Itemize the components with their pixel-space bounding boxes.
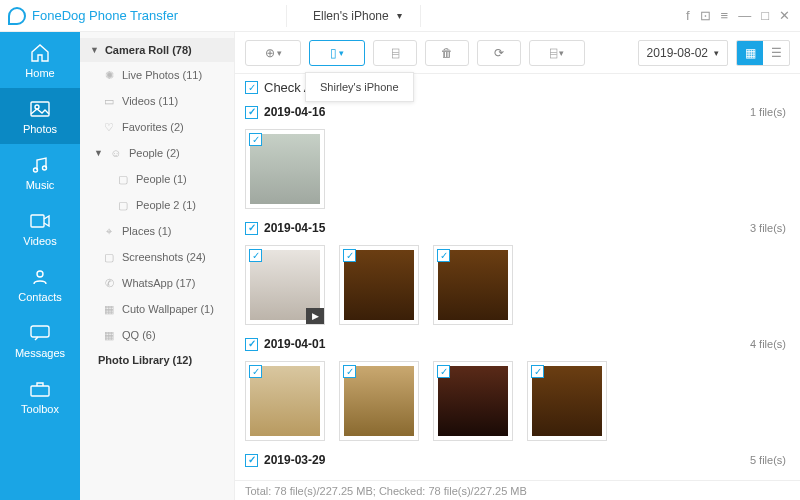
tree-places[interactable]: ⌖Places (1) [80,218,234,244]
album-tree: ▼ Camera Roll (78) ✺Live Photos (11) ▭Vi… [80,32,235,500]
checkbox-icon[interactable]: ✓ [249,365,262,378]
more-button[interactable]: ⌸▾ [529,40,585,66]
chevron-down-icon: ▾ [397,10,402,21]
date-group: ✓ 2019-04-01 4 file(s) ✓ ✓ ✓ ✓ [245,333,790,443]
nav-videos[interactable]: Videos [0,200,80,256]
tree-whatsapp[interactable]: ✆WhatsApp (17) [80,270,234,296]
chevron-down-icon: ▾ [277,48,282,58]
people-icon: ☺ [109,147,123,159]
date-value: 2019-08-02 [647,46,708,60]
nav-music[interactable]: Music [0,144,80,200]
checkbox-icon[interactable]: ✓ [437,365,450,378]
caret-down-icon: ▼ [94,148,103,158]
checkbox-icon[interactable]: ✓ [343,365,356,378]
photo-thumb[interactable]: ✓ [245,361,325,441]
checkbox-icon[interactable]: ✓ [249,249,262,262]
export-device-button[interactable]: ▯▾ [309,40,365,66]
maximize-button[interactable]: □ [761,8,769,23]
group-header[interactable]: ✓ 2019-04-15 3 file(s) [245,217,790,239]
music-icon [29,154,51,176]
checkbox-icon[interactable]: ✓ [531,365,544,378]
list-view-button[interactable]: ☰ [763,41,789,65]
group-date: 2019-04-01 [264,337,325,351]
photo-thumb[interactable]: ✓ [527,361,607,441]
folder-icon: ▢ [116,173,130,185]
messages-icon [29,322,51,344]
checkbox-icon[interactable]: ✓ [343,249,356,262]
video-icon: ▭ [102,95,116,107]
nav-home[interactable]: Home [0,32,80,88]
caret-down-icon: ▼ [90,45,99,55]
nav-messages[interactable]: Messages [0,312,80,368]
plus-icon: ⊕ [265,46,275,60]
group-header[interactable]: ✓ 2019-03-29 5 file(s) [245,449,790,471]
window-controls: f ⊡ ≡ — □ ✕ [686,8,800,23]
tree-favorites[interactable]: ♡Favorites (2) [80,114,234,140]
checkbox-icon[interactable]: ✓ [437,249,450,262]
videos-icon [29,210,51,232]
svg-rect-6 [31,326,49,337]
tree-cuto[interactable]: ▦Cuto Wallpaper (1) [80,296,234,322]
feedback-icon[interactable]: f [686,8,690,23]
date-filter[interactable]: 2019-08-02 ▾ [638,40,728,66]
svg-point-2 [34,168,38,172]
group-header[interactable]: ✓ 2019-04-16 1 file(s) [245,101,790,123]
svg-rect-7 [31,386,49,396]
svg-rect-0 [31,102,49,116]
app-logo: FoneDog Phone Transfer [0,7,186,25]
checkbox-icon[interactable]: ✓ [245,106,258,119]
photo-thumb[interactable]: ✓ [433,245,513,325]
nav-photos[interactable]: Photos [0,88,80,144]
export-pc-button[interactable]: ⌸ [373,40,417,66]
grid-view-button[interactable]: ▦ [737,41,763,65]
tree-videos[interactable]: ▭Videos (11) [80,88,234,114]
tree-people-2[interactable]: ▢People 2 (1) [80,192,234,218]
checkbox-icon[interactable]: ✓ [245,454,258,467]
status-text: Total: 78 file(s)/227.25 MB; Checked: 78… [245,485,527,497]
nav-label: Messages [15,347,65,359]
date-group: ✓ 2019-04-16 1 file(s) ✓ [245,101,790,211]
trash-icon: 🗑 [441,46,453,60]
main-panel: ⊕▾ ▯▾ ⌸ 🗑 ⟳ ⌸▾ 2019-08-02 ▾ ▦ ☰ Shirley'… [235,32,800,500]
chevron-down-icon: ▾ [559,48,564,58]
delete-button[interactable]: 🗑 [425,40,469,66]
folder-icon: ▦ [102,329,116,341]
tree-screenshots[interactable]: ▢Screenshots (24) [80,244,234,270]
home-icon [29,42,51,64]
tree-live-photos[interactable]: ✺Live Photos (11) [80,62,234,88]
tree-people-1[interactable]: ▢People (1) [80,166,234,192]
group-count: 3 file(s) [750,222,790,234]
photo-thumb[interactable]: ✓ [339,361,419,441]
chat-icon[interactable]: ⊡ [700,8,711,23]
minimize-button[interactable]: — [738,8,751,23]
nav-contacts[interactable]: Contacts [0,256,80,312]
photo-thumb[interactable]: ✓ [339,245,419,325]
close-button[interactable]: ✕ [779,8,790,23]
photo-thumb[interactable]: ✓▶ [245,245,325,325]
tree-photo-library[interactable]: Photo Library (12) [80,348,234,372]
group-date: 2019-04-16 [264,105,325,119]
add-button[interactable]: ⊕▾ [245,40,301,66]
photo-thumb[interactable]: ✓ [433,361,513,441]
checkbox-icon[interactable]: ✓ [245,222,258,235]
tree-qq[interactable]: ▦QQ (6) [80,322,234,348]
checkbox-icon[interactable]: ✓ [245,81,258,94]
checkbox-icon[interactable]: ✓ [249,133,262,146]
group-header[interactable]: ✓ 2019-04-01 4 file(s) [245,333,790,355]
tree-people[interactable]: ▼☺People (2) [80,140,234,166]
device-name: Ellen's iPhone [313,9,389,23]
nav-toolbox[interactable]: Toolbox [0,368,80,424]
photo-thumb[interactable]: ✓ [245,129,325,209]
nav-label: Music [26,179,55,191]
checkbox-icon[interactable]: ✓ [245,338,258,351]
refresh-button[interactable]: ⟳ [477,40,521,66]
status-bar: Total: 78 file(s)/227.25 MB; Checked: 78… [235,480,800,500]
nav-label: Toolbox [21,403,59,415]
contacts-icon [29,266,51,288]
folder-icon: ▢ [116,199,130,211]
menu-icon[interactable]: ≡ [721,8,729,23]
tree-root-camera-roll[interactable]: ▼ Camera Roll (78) [80,38,234,62]
nav-label: Videos [23,235,56,247]
device-selector[interactable]: Ellen's iPhone ▾ [286,5,421,27]
group-count: 1 file(s) [750,106,790,118]
